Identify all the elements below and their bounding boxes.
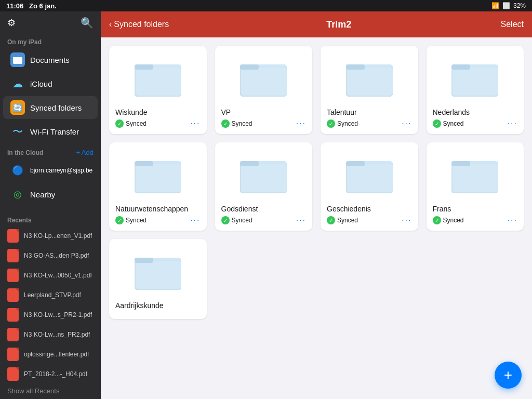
folder-name: Nederlands xyxy=(433,108,518,116)
folder-card-aardrijkskunde[interactable]: Aardrijkskunde xyxy=(109,239,207,319)
svg-rect-5 xyxy=(136,68,181,96)
sidebar-header: ⚙ 🔍 xyxy=(0,11,101,32)
sidebar-item-icloud[interactable]: ☁ iCloud xyxy=(3,72,98,95)
pdf-icon xyxy=(7,269,19,282)
pdf-icon xyxy=(7,348,19,361)
bjorn-label: bjorn.carreyn@sjsp.be xyxy=(30,167,92,174)
folder-card-nederlands[interactable]: Nederlands ✓ Synced ··· xyxy=(427,46,524,134)
synced-check-icon: ✓ xyxy=(221,216,230,224)
sidebar-item-file7[interactable]: oplossinge...llenleer.pdf xyxy=(0,344,101,364)
sidebar-item-file8[interactable]: PT_2018-2...-_H04.pdf xyxy=(0,364,101,384)
sidebar-item-file5[interactable]: N3 KO-Lw...s_PR2-1.pdf xyxy=(0,305,101,325)
svg-rect-21 xyxy=(451,64,470,70)
synced-label: Synced xyxy=(443,120,464,127)
sidebar-item-bjorn[interactable]: 🔵 bjorn.carreyn@sjsp.be xyxy=(3,159,98,182)
synced-check-icon: ✓ xyxy=(433,216,441,224)
nearby-icon: ◎ xyxy=(10,187,25,202)
synced-badge: ✓ Synced xyxy=(327,216,358,224)
more-options-btn[interactable]: ··· xyxy=(190,119,200,128)
sidebar-item-file4[interactable]: Leerpland_STVP.pdf xyxy=(0,285,101,305)
folder-status: ✓ Synced ··· xyxy=(433,119,518,128)
folder-name: Godsdienst xyxy=(221,205,307,213)
folder-icon xyxy=(240,55,287,101)
folder-icon xyxy=(451,55,498,101)
synced-label: Synced xyxy=(337,120,358,127)
add-folder-fab[interactable]: + xyxy=(495,362,522,389)
folder-icon xyxy=(135,55,181,101)
sidebar-item-nearby[interactable]: ◎ Nearby xyxy=(3,183,98,206)
synced-badge: ✓ Synced xyxy=(433,216,464,224)
sidebar-item-file1[interactable]: N3 KO-Lp...enen_V1.pdf xyxy=(0,226,101,246)
file-label: N3 GO-AS...den P3.pdf xyxy=(24,252,89,259)
synced-check-icon: ✓ xyxy=(115,216,124,224)
folder-icon xyxy=(451,151,498,198)
more-options-btn[interactable]: ··· xyxy=(190,216,200,224)
folder-icon xyxy=(346,151,393,198)
more-options-btn[interactable]: ··· xyxy=(402,216,411,224)
more-options-btn[interactable]: ··· xyxy=(296,216,306,224)
folder-card-geschiedenis[interactable]: Geschiedenis ✓ Synced ··· xyxy=(321,142,418,231)
svg-rect-15 xyxy=(347,68,393,96)
status-right: 📶 ⬜ 32% xyxy=(491,2,526,9)
more-options-btn[interactable]: ··· xyxy=(296,119,306,128)
pdf-icon xyxy=(7,229,19,243)
folder-icon-wrap xyxy=(221,52,307,104)
synced-badge: ✓ Synced xyxy=(115,119,147,128)
plus-icon: + xyxy=(504,367,512,383)
icloud-label: iCloud xyxy=(30,79,52,88)
nearby-label: Nearby xyxy=(30,190,55,199)
pdf-icon xyxy=(7,328,19,341)
file-label: N3 KO-Lw...ns_PR2.pdf xyxy=(24,331,90,338)
svg-rect-35 xyxy=(347,164,393,192)
synced-label: Synced xyxy=(232,120,252,127)
status-time: 11:06 Zo 6 jan. xyxy=(6,2,57,10)
svg-rect-11 xyxy=(240,64,259,70)
icloud-icon: ☁ xyxy=(10,76,25,91)
pdf-icon xyxy=(7,308,19,322)
sidebar-item-synced-folders[interactable]: 🔄 Synced folders xyxy=(3,96,98,119)
pdf-icon xyxy=(7,249,19,262)
file-label: N3 KO-Lp...enen_V1.pdf xyxy=(24,232,92,240)
folder-icon-wrap xyxy=(433,149,518,201)
more-options-btn[interactable]: ··· xyxy=(402,119,411,128)
folder-icon-wrap xyxy=(115,149,201,201)
folder-icon xyxy=(346,55,393,101)
file-label: Leerpland_STVP.pdf xyxy=(24,291,81,299)
svg-rect-30 xyxy=(241,164,287,192)
sidebar-item-file2[interactable]: N3 GO-AS...den P3.pdf xyxy=(0,246,101,265)
select-button[interactable]: Select xyxy=(501,20,524,29)
folder-icon-wrap xyxy=(115,52,201,104)
show-all-recents-btn[interactable]: Show all Recents xyxy=(0,384,101,398)
sidebar-item-file6[interactable]: N3 KO-Lw...ns_PR2.pdf xyxy=(0,325,101,344)
folder-icon-wrap xyxy=(115,245,201,297)
folder-icon-wrap xyxy=(327,149,412,201)
synced-badge: ✓ Synced xyxy=(221,216,252,224)
back-button[interactable]: ‹ Synced folders xyxy=(109,20,169,29)
folder-card-vp[interactable]: VP ✓ Synced ··· xyxy=(215,46,313,134)
svg-rect-40 xyxy=(453,164,498,192)
sidebar-item-wifi-transfer[interactable]: 〜 Wi-Fi Transfer xyxy=(3,120,98,143)
more-options-btn[interactable]: ··· xyxy=(508,216,517,224)
folder-name: Geschiedenis xyxy=(327,205,412,213)
add-cloud-btn[interactable]: + Add xyxy=(76,149,94,156)
svg-rect-46 xyxy=(135,258,153,263)
more-options-btn[interactable]: ··· xyxy=(508,119,517,128)
sidebar-item-file3[interactable]: N3 KO-Lw...0050_v1.pdf xyxy=(0,265,101,285)
settings-icon[interactable]: ⚙ xyxy=(7,17,16,29)
folder-card-wiskunde[interactable]: Wiskunde ✓ Synced ··· xyxy=(109,46,207,134)
battery-icon: ⬜ xyxy=(502,2,510,9)
recents-section-label: Recents xyxy=(0,210,101,226)
folder-card-talentuur[interactable]: Talentuur ✓ Synced ··· xyxy=(321,46,418,134)
folder-card-natuurwetenschappen[interactable]: Natuurwetenschappen ✓ Synced ··· xyxy=(109,142,207,231)
synced-badge: ✓ Synced xyxy=(221,119,252,128)
folder-card-godsdienst[interactable]: Godsdienst ✓ Synced ··· xyxy=(215,142,313,231)
folder-name: Talentuur xyxy=(327,108,412,116)
folder-icon-wrap xyxy=(221,149,307,201)
sidebar-item-documents[interactable]: Documents xyxy=(3,48,98,71)
wifi-transfer-icon: 〜 xyxy=(10,124,25,139)
file-label: N3 KO-Lw...0050_v1.pdf xyxy=(24,272,92,279)
folder-card-frans[interactable]: Frans ✓ Synced ··· xyxy=(427,142,524,231)
synced-check-icon: ✓ xyxy=(115,119,124,128)
folder-status: ✓ Synced ··· xyxy=(221,216,307,224)
search-icon[interactable]: 🔍 xyxy=(81,17,94,29)
